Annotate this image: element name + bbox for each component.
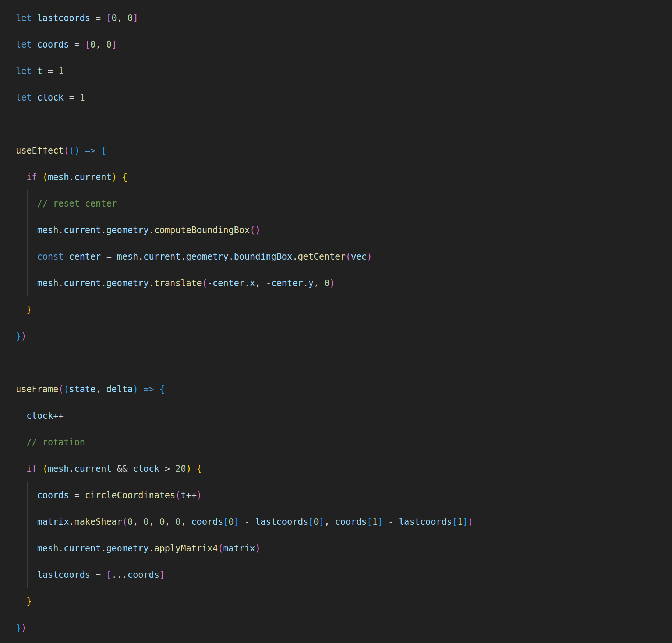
code-token: vec [351,252,367,262]
code-token: ( [122,517,127,527]
code-token: mesh [37,543,59,554]
code-token: getCenter [298,252,346,262]
code-token: 1 [457,517,462,527]
code-token: ] [234,517,239,527]
code-token: . [149,225,154,235]
code-token: t [37,66,42,76]
code-line: const center = mesh.current.geometry.bou… [16,243,672,270]
code-token: computeBoundingBox [154,225,250,235]
code-token: { [122,172,127,182]
code-line: clock++ [16,403,672,429]
editor-left-line [6,0,6,643]
code-token: geometry [106,543,149,554]
code-token [16,411,26,421]
code-token: current [74,172,112,182]
code-token: delta [106,384,133,394]
code-token [154,384,159,394]
code-line [16,111,672,137]
code-token [16,198,37,209]
code-token: , [96,39,106,50]
code-token: 0 [106,39,112,50]
code-token: coords [191,517,223,527]
code-token: coords [37,490,69,500]
code-token [191,464,197,474]
code-token: [ [85,39,90,50]
code-token: lastcoords [399,517,452,527]
code-token: ( [202,278,207,288]
code-token: matrix [37,517,69,527]
code-token: ( [346,252,351,262]
code-token: state [69,384,96,394]
code-token: ) [330,278,335,288]
code-token: // reset center [37,198,117,209]
code-token [16,225,37,235]
code-token: ( [218,543,223,554]
code-token: , [255,278,266,288]
code-token: 1 [59,66,64,76]
code-line: matrix.makeShear(0, 0, 0, 0, coords[0] -… [16,509,672,535]
code-token: [ [223,517,229,527]
code-token: t [181,490,186,500]
code-token: ) [21,623,26,633]
code-token: , [149,517,159,527]
code-token: = [69,490,85,500]
code-token: lastcoords [255,517,308,527]
code-line: let coords = [0, 0] [16,31,672,58]
code-line: if (mesh.current) { [16,164,672,190]
code-token: clock [133,464,159,474]
code-token: let [16,13,32,23]
code-token [37,464,42,474]
code-token: - [239,517,255,527]
code-line: mesh.current.geometry.translate(-center.… [16,270,672,296]
code-token [16,464,26,474]
code-token [32,13,37,23]
code-token: 0 [324,278,329,288]
code-token [16,305,26,315]
code-token: ) [133,384,138,394]
code-token [117,172,122,182]
code-line: let clock = 1 [16,84,672,111]
code-token: mesh [37,225,59,235]
code-token: 0 [112,13,117,23]
code-token [16,517,37,527]
code-line: lastcoords = [...coords] [16,562,672,588]
code-token: . [101,278,106,288]
code-token: let [16,39,32,50]
code-token: , [96,384,106,394]
code-token: [ [106,13,112,23]
code-token: clock [26,411,53,421]
code-token: => [144,384,154,394]
code-token: mesh [117,252,138,262]
code-token: ( [64,145,69,156]
code-line: let lastcoords = [0, 0] [16,5,672,31]
code-token: current [144,252,181,262]
code-token: , [181,517,191,527]
code-token: ) [468,517,473,527]
code-token: . [69,172,74,182]
code-token: } [16,331,21,341]
code-token: . [69,464,74,474]
code-token: , [165,517,176,527]
code-token: . [69,517,74,527]
code-line: if (mesh.current && clock > 20) { [16,456,672,482]
code-token: , [117,13,128,23]
code-token [16,172,26,182]
code-token: 1 [372,517,377,527]
code-token: { [101,145,106,156]
code-editor[interactable]: let lastcoords = [0, 0]let coords = [0, … [0,0,672,643]
code-token: . [59,278,64,288]
code-token: let [16,66,32,76]
code-token: ( [64,384,69,394]
code-line: let t = 1 [16,58,672,84]
code-token: , [324,517,335,527]
code-token: coords [37,39,69,50]
code-token: . [292,252,297,262]
code-token: } [16,623,21,633]
code-token: , [314,278,324,288]
code-token [16,437,26,447]
code-token: } [26,596,32,607]
code-token: ++ [53,411,64,421]
code-area[interactable]: let lastcoords = [0, 0]let coords = [0, … [16,5,672,641]
code-token: 20 [176,464,186,474]
code-token: 0 [127,517,132,527]
